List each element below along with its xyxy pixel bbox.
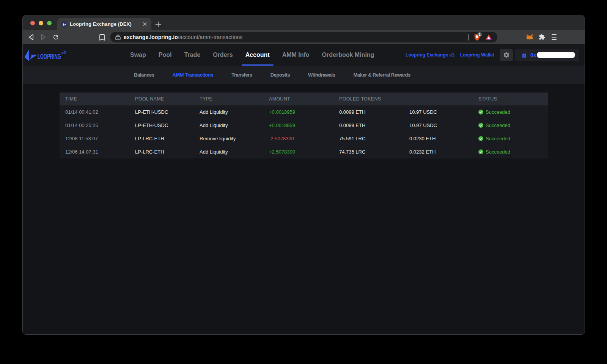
table-body: 01/14 00:41:02 LP-ETH-USDC Add Liquidity…	[60, 105, 548, 158]
nav-item-swap[interactable]: Swap	[130, 44, 146, 66]
table-row[interactable]: 01/14 00:41:02 LP-ETH-USDC Add Liquidity…	[60, 105, 548, 119]
amm-transactions-table: TIME POOL NAME TYPE AMOUNT POOLED TOKENS…	[60, 93, 548, 158]
back-button-icon[interactable]	[27, 33, 35, 41]
tab-strip: Loopring Exchange (DEX)	[23, 15, 585, 30]
subnav-item-withdrawals[interactable]: Withdrawals	[308, 72, 335, 78]
settings-button[interactable]	[500, 49, 513, 61]
cell-status: Succeeded	[478, 149, 548, 155]
tab-title: Loopring Exchange (DEX)	[70, 21, 132, 27]
account-subnav: Balances AMM Transactions Transfers Depo…	[23, 66, 585, 84]
wallet-address-button[interactable]: 0x	[515, 49, 579, 61]
table-row[interactable]: 01/14 00:25:25 LP-ETH-USDC Add Liquidity…	[60, 119, 548, 132]
check-circle-icon	[478, 110, 483, 115]
cell-time: 12/08 11:53:07	[65, 136, 135, 141]
brand-name: LOOPRING	[38, 52, 61, 61]
new-tab-button[interactable]	[155, 21, 161, 27]
subnav-item-transfers[interactable]: Transfers	[231, 72, 252, 78]
cell-type: Add Liquidity	[200, 122, 269, 128]
status-text: Succeeded	[486, 122, 510, 128]
cell-time: 01/14 00:25:25	[65, 122, 135, 128]
cell-status: Succeeded	[478, 109, 548, 115]
col-header-amount: AMOUNT	[269, 96, 339, 102]
subnav-item-maker-referral-rewards[interactable]: Maker & Referral Rewards	[353, 72, 410, 78]
cell-pool-name: LP-LRC-ETH	[135, 136, 200, 141]
brave-shield-icon[interactable]: 1	[474, 34, 480, 41]
nav-item-pool[interactable]: Pool	[159, 44, 172, 66]
gear-icon	[503, 52, 510, 58]
cell-status: Succeeded	[478, 122, 548, 128]
https-lock-icon	[115, 35, 121, 40]
subnav-item-balances[interactable]: Balances	[134, 72, 154, 78]
browser-toolbar: exchange.loopring.io/account/amm-transac…	[23, 30, 585, 44]
page-content: TIME POOL NAME TYPE AMOUNT POOLED TOKENS…	[23, 84, 585, 334]
nav-item-orderbook-mining[interactable]: Orderbook Mining	[322, 44, 374, 66]
window-close-button[interactable]	[30, 21, 35, 25]
cell-pool-name: LP-ETH-USDC	[135, 122, 200, 128]
col-header-type: TYPE	[200, 96, 269, 102]
subnav-item-deposits[interactable]: Deposits	[270, 72, 290, 78]
unlock-icon	[521, 52, 527, 58]
subnav-item-amm-transactions[interactable]: AMM Transactions	[173, 72, 214, 78]
urlbar-divider	[469, 34, 469, 41]
window-minimize-button[interactable]	[39, 21, 43, 25]
loopring-logo-icon	[24, 48, 38, 62]
browser-tab[interactable]: Loopring Exchange (DEX)	[57, 18, 151, 30]
metamask-extension-icon[interactable]	[526, 34, 533, 40]
cell-type: Add Liquidity	[200, 109, 269, 115]
brand-version: v2	[61, 50, 66, 55]
loopring-brand[interactable]: LOOPRING v2	[24, 48, 66, 62]
cell-pool-name: LP-ETH-USDC	[135, 109, 200, 115]
main-nav: Swap Pool Trade Orders Account AMM Info …	[130, 44, 374, 66]
shield-badge-count: 1	[477, 32, 482, 37]
cell-amount: +2.5078300	[269, 149, 339, 155]
col-header-status: STATUS	[478, 96, 548, 102]
wallet-address-redacted	[537, 52, 575, 58]
table-row[interactable]: 12/08 11:53:07 LP-LRC-ETH Remove liquidi…	[60, 132, 548, 145]
cell-pool-name: LP-LRC-ETH	[135, 149, 200, 155]
cell-type: Add Liquidity	[200, 149, 269, 155]
status-text: Succeeded	[486, 136, 510, 141]
brave-rewards-bat-icon[interactable]	[485, 34, 492, 41]
window-zoom-button[interactable]	[47, 21, 52, 25]
wallet-address-prefix: 0x	[530, 52, 536, 58]
cell-time: 12/06 14:07:31	[65, 149, 135, 155]
check-circle-icon	[478, 149, 483, 154]
cell-token-a: 0.0099 ETH	[339, 122, 409, 128]
cell-token-a: 75.591 LRC	[339, 136, 409, 141]
tab-close-icon[interactable]	[142, 21, 148, 27]
status-text: Succeeded	[486, 109, 510, 115]
cell-token-b: 0.0230 ETH	[409, 136, 478, 141]
bookmark-icon[interactable]	[98, 33, 106, 41]
browser-menu-icon[interactable]	[552, 34, 557, 40]
cell-time: 01/14 00:41:02	[65, 109, 135, 115]
col-header-pooled-tokens: POOLED TOKENS	[339, 96, 409, 102]
cell-amount: +0.0018959	[269, 122, 339, 128]
address-bar[interactable]: exchange.loopring.io/account/amm-transac…	[110, 32, 497, 42]
urlbar-right-icons: 1	[469, 34, 497, 41]
cell-token-b: 10.97 USDC	[409, 109, 478, 115]
status-text: Succeeded	[486, 149, 510, 155]
extensions-puzzle-icon[interactable]	[539, 34, 545, 40]
cell-token-a: 0.0099 ETH	[339, 109, 409, 115]
table-row[interactable]: 12/06 14:07:31 LP-LRC-ETH Add Liquidity …	[60, 145, 548, 158]
nav-item-account[interactable]: Account	[245, 44, 270, 66]
cell-amount: +0.0018959	[269, 109, 339, 115]
cell-status: Succeeded	[478, 136, 548, 141]
nav-item-amm-info[interactable]: AMM Info	[282, 44, 310, 66]
reload-button-icon[interactable]	[52, 33, 60, 41]
nav-item-trade[interactable]: Trade	[184, 44, 200, 66]
cell-token-b: 0.0232 ETH	[409, 149, 478, 155]
header-right: Loopring Exchange v1 Loopring Wallet 0x	[406, 44, 579, 66]
nav-item-orders[interactable]: Orders	[213, 44, 233, 66]
browser-window: Loopring Exchange (DEX)	[22, 15, 585, 335]
check-circle-icon	[478, 123, 483, 128]
check-circle-icon	[478, 136, 483, 141]
app-header: LOOPRING v2 Swap Pool Trade Orders Accou…	[23, 44, 585, 66]
cell-type: Remove liquidity	[200, 136, 269, 141]
link-loopring-wallet[interactable]: Loopring Wallet	[460, 52, 494, 58]
cell-token-a: 74.735 LRC	[339, 149, 409, 155]
forward-button-icon[interactable]	[39, 33, 47, 41]
link-loopring-exchange-v1[interactable]: Loopring Exchange v1	[406, 52, 454, 58]
col-header-pool-name: POOL NAME	[135, 96, 200, 102]
tab-favicon-loopring-icon	[61, 21, 68, 28]
